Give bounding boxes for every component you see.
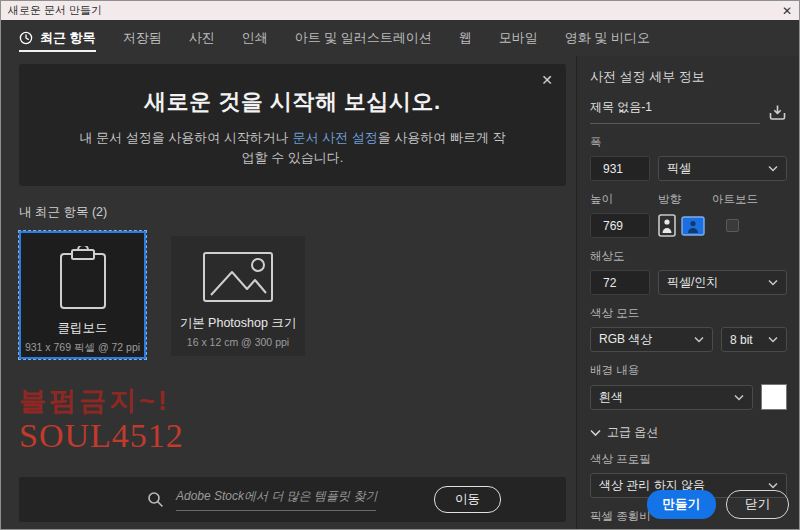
tab-mobile[interactable]: 모바일 bbox=[499, 20, 538, 56]
width-label: 폭 bbox=[590, 135, 787, 150]
tab-web[interactable]: 웹 bbox=[459, 20, 472, 56]
recent-item-meta: 16 x 12 cm @ 300 ppi bbox=[187, 336, 289, 348]
tab-print[interactable]: 인쇄 bbox=[242, 20, 268, 56]
tab-bar: 최근 항목 저장됨 사진 인쇄 아트 및 일러스트레이션 웹 모바일 영화 및 … bbox=[1, 20, 799, 56]
recent-item-clipboard[interactable]: 클립보드 931 x 769 픽셀 @ 72 ppi bbox=[19, 231, 146, 359]
tab-label: 사진 bbox=[189, 29, 215, 47]
chevron-down-icon bbox=[734, 394, 744, 401]
preset-details-panel: 사전 설정 세부 정보 제목 없음-1 폭 픽셀 높 bbox=[576, 56, 799, 530]
tab-photo[interactable]: 사진 bbox=[189, 20, 215, 56]
go-button[interactable]: 이동 bbox=[434, 486, 501, 513]
stock-search-input[interactable]: Adobe Stock에서 더 많은 템플릿 찾기 bbox=[176, 488, 376, 511]
advanced-options-toggle[interactable]: 고급 옵션 bbox=[590, 424, 787, 441]
color-mode-select[interactable]: RGB 색상 bbox=[590, 327, 713, 352]
orientation-landscape-icon[interactable] bbox=[681, 216, 705, 236]
chevron-down-icon bbox=[768, 482, 778, 489]
document-title-input[interactable]: 제목 없음-1 bbox=[590, 99, 760, 124]
image-icon bbox=[199, 247, 277, 307]
stock-search-bar: Adobe Stock에서 더 많은 템플릿 찾기 이동 bbox=[19, 477, 566, 522]
width-unit-select[interactable]: 픽셀 bbox=[658, 156, 787, 181]
background-value: 흰색 bbox=[599, 389, 623, 406]
resolution-unit-select[interactable]: 픽셀/인치 bbox=[658, 270, 787, 295]
width-unit-value: 픽셀 bbox=[667, 160, 691, 177]
orientation-portrait-icon[interactable] bbox=[658, 214, 676, 237]
banner-title: 새로운 것을 시작해 보십시오. bbox=[19, 64, 566, 117]
tab-label: 저장됨 bbox=[123, 29, 162, 47]
recent-item-name: 기본 Photoshop 크기 bbox=[180, 315, 297, 332]
color-profile-label: 색상 프로필 bbox=[590, 452, 787, 467]
height-input[interactable] bbox=[590, 213, 650, 238]
background-color-swatch[interactable] bbox=[761, 384, 787, 410]
save-preset-icon[interactable] bbox=[768, 103, 787, 124]
banner-desc-text: 내 문서 설정을 사용하여 시작하거나 bbox=[79, 130, 292, 145]
window-title: 새로운 문서 만들기 bbox=[8, 3, 102, 18]
search-icon bbox=[147, 491, 164, 508]
tab-recent[interactable]: 최근 항목 bbox=[19, 20, 96, 56]
tab-label: 영화 및 비디오 bbox=[565, 29, 650, 47]
chevron-down-icon bbox=[694, 336, 704, 343]
height-label: 높이 bbox=[590, 192, 658, 207]
tab-label: 모바일 bbox=[499, 29, 538, 47]
chevron-down-icon bbox=[768, 279, 778, 286]
window-close-icon[interactable]: ✕ bbox=[782, 5, 792, 17]
chevron-down-icon bbox=[590, 429, 601, 437]
artboard-checkbox[interactable] bbox=[726, 219, 739, 232]
tab-saved[interactable]: 저장됨 bbox=[123, 20, 162, 56]
tab-label: 웹 bbox=[459, 29, 472, 47]
banner-close-icon[interactable]: ✕ bbox=[541, 72, 553, 88]
create-button[interactable]: 만들기 bbox=[647, 490, 717, 519]
tab-label: 아트 및 일러스트레이션 bbox=[295, 29, 432, 47]
new-document-dialog: 새로운 문서 만들기 ✕ 최근 항목 저장됨 사진 인쇄 아트 및 일러스트레이… bbox=[0, 0, 800, 530]
resolution-label: 해상도 bbox=[590, 249, 787, 264]
recent-item-meta: 931 x 769 픽셀 @ 72 ppi bbox=[25, 341, 140, 355]
background-select[interactable]: 흰색 bbox=[590, 385, 753, 410]
recent-items-list: 클립보드 931 x 769 픽셀 @ 72 ppi 기본 Photoshop … bbox=[19, 231, 566, 359]
recent-items-header: 내 최근 항목 (2) bbox=[19, 204, 566, 221]
resolution-unit-value: 픽셀/인치 bbox=[667, 274, 718, 291]
recent-item-name: 클립보드 bbox=[58, 320, 108, 337]
tab-art-illustration[interactable]: 아트 및 일러스트레이션 bbox=[295, 20, 432, 56]
titlebar: 새로운 문서 만들기 ✕ bbox=[1, 1, 799, 20]
color-mode-label: 색상 모드 bbox=[590, 306, 787, 321]
watermark: 불펌금지~! SOUL4512 bbox=[19, 387, 566, 454]
close-button[interactable]: 닫기 bbox=[726, 490, 789, 519]
clock-icon bbox=[19, 31, 33, 45]
bit-depth-select[interactable]: 8 bit bbox=[721, 327, 787, 352]
watermark-line2: SOUL4512 bbox=[19, 418, 566, 454]
banner-description: 내 문서 설정을 사용하여 시작하거나 문서 사전 설정을 사용하여 빠르게 작… bbox=[78, 128, 508, 168]
main-area: ✕ 새로운 것을 시작해 보십시오. 내 문서 설정을 사용하여 시작하거나 문… bbox=[1, 56, 576, 530]
start-banner: ✕ 새로운 것을 시작해 보십시오. 내 문서 설정을 사용하여 시작하거나 문… bbox=[19, 64, 566, 186]
advanced-options-label: 고급 옵션 bbox=[607, 424, 658, 441]
chevron-down-icon bbox=[768, 165, 778, 172]
width-input[interactable] bbox=[590, 156, 650, 181]
tab-label: 인쇄 bbox=[242, 29, 268, 47]
background-label: 배경 내용 bbox=[590, 363, 787, 378]
watermark-line1: 불펌금지~! bbox=[19, 387, 566, 415]
artboard-label: 아트보드 bbox=[712, 192, 758, 207]
resolution-input[interactable] bbox=[590, 270, 650, 295]
clipboard-icon bbox=[55, 246, 111, 312]
tab-label: 최근 항목 bbox=[40, 29, 96, 47]
document-presets-link[interactable]: 문서 사전 설정 bbox=[292, 130, 377, 145]
orientation-label: 방향 bbox=[658, 192, 712, 207]
tab-film-video[interactable]: 영화 및 비디오 bbox=[565, 20, 650, 56]
chevron-down-icon bbox=[768, 336, 778, 343]
color-mode-value: RGB 색상 bbox=[599, 331, 652, 348]
bit-depth-value: 8 bit bbox=[730, 333, 753, 347]
recent-item-default-size[interactable]: 기본 Photoshop 크기 16 x 12 cm @ 300 ppi bbox=[171, 236, 305, 356]
preset-details-header: 사전 설정 세부 정보 bbox=[590, 68, 787, 86]
